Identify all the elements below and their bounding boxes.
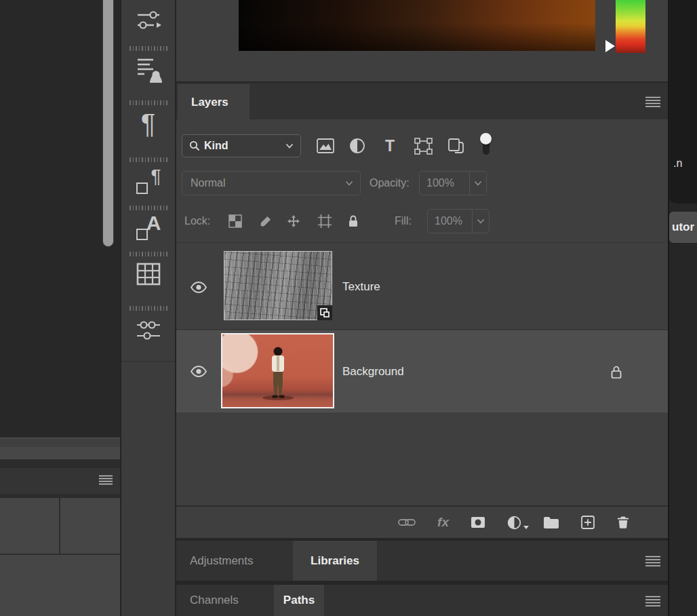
rail-divider bbox=[121, 361, 175, 362]
libraries-tab-label: Libraries bbox=[311, 554, 359, 568]
blend-mode-value: Normal bbox=[191, 177, 226, 189]
adjustments-tab-label: Adjustments bbox=[190, 554, 254, 568]
opacity-value: 100% bbox=[420, 177, 469, 189]
tab-channels[interactable]: Channels bbox=[176, 585, 239, 616]
character-styles-icon[interactable] bbox=[121, 56, 175, 84]
middle-panel-menu-icon[interactable] bbox=[643, 554, 663, 568]
new-layer-icon[interactable] bbox=[581, 516, 595, 529]
panel-edge-strip bbox=[0, 438, 120, 447]
bottom-panel-menu-icon[interactable] bbox=[643, 594, 663, 608]
fill-select[interactable]: 100% bbox=[427, 209, 490, 233]
chevron-down-icon bbox=[285, 143, 294, 149]
layer-row-texture[interactable]: Texture bbox=[176, 242, 668, 330]
scrollbar-thumb[interactable] bbox=[102, 0, 114, 247]
rail-gripper bbox=[121, 157, 175, 162]
kind-filter-select[interactable]: Kind bbox=[182, 134, 301, 157]
pixel-layer-filter-icon[interactable] bbox=[317, 136, 334, 156]
letter-a-glyph: A bbox=[146, 212, 161, 235]
opacity-label: Opacity: bbox=[370, 171, 410, 195]
layer-thumbnail-background[interactable] bbox=[221, 333, 334, 408]
blend-mode-select[interactable]: Normal bbox=[182, 171, 361, 195]
properties-panel-bottom bbox=[176, 0, 668, 81]
layers-panel-header: Layers bbox=[176, 81, 668, 119]
type-glyph: T bbox=[385, 137, 395, 155]
bottom-left-panels bbox=[0, 438, 120, 616]
paragraph-styles-icon[interactable]: ¶ bbox=[121, 166, 175, 197]
lock-artboard-icon[interactable] bbox=[317, 210, 333, 232]
chevron-down-icon bbox=[469, 172, 486, 195]
document-window-edge: .n bbox=[669, 0, 697, 204]
lock-transparency-icon[interactable] bbox=[227, 210, 243, 232]
smart-object-badge bbox=[317, 305, 332, 320]
tab-layers[interactable]: Layers bbox=[178, 84, 250, 121]
layers-panel-menu-icon[interactable] bbox=[643, 95, 663, 109]
type-filter-icon[interactable]: T bbox=[382, 136, 397, 156]
rail-gripper bbox=[121, 206, 175, 210]
collapsed-panel-header bbox=[0, 468, 120, 494]
paragraph-panel-icon[interactable]: ¶ bbox=[121, 107, 175, 140]
new-group-icon[interactable] bbox=[543, 516, 559, 528]
link-layers-icon[interactable] bbox=[398, 517, 416, 528]
lock-all-icon[interactable] bbox=[347, 210, 359, 232]
delete-layer-icon[interactable] bbox=[616, 516, 630, 529]
tab-adjustments[interactable]: Adjustments bbox=[176, 541, 254, 581]
search-icon bbox=[189, 140, 200, 151]
toggle-knob bbox=[480, 133, 492, 145]
style-box bbox=[136, 229, 148, 240]
kind-label: Kind bbox=[204, 140, 228, 152]
visibility-eye-icon[interactable] bbox=[186, 280, 211, 294]
fill-value: 100% bbox=[428, 215, 472, 227]
collapsed-panel-content bbox=[0, 498, 120, 616]
layers-tab-label: Layers bbox=[191, 96, 228, 109]
add-mask-icon[interactable] bbox=[471, 516, 485, 528]
gradient-stop-marker[interactable] bbox=[605, 40, 615, 52]
right-edge-column: .n utor bbox=[668, 0, 697, 616]
smart-object-filter-icon[interactable] bbox=[447, 136, 464, 156]
layer-name: Texture bbox=[342, 243, 380, 330]
person-figure bbox=[264, 346, 292, 399]
canvas-edge bbox=[0, 0, 120, 438]
tab-paths[interactable]: Paths bbox=[274, 585, 324, 616]
paths-tab-label: Paths bbox=[283, 594, 315, 607]
adjustment-filter-icon[interactable] bbox=[349, 136, 365, 156]
new-adjustment-icon[interactable] bbox=[507, 516, 521, 530]
panel-icon-rail: ¶ ¶ A bbox=[120, 0, 176, 616]
color-spectrum-strip[interactable] bbox=[616, 0, 645, 53]
opacity-select[interactable]: 100% bbox=[419, 171, 487, 195]
glyphs-icon[interactable]: A bbox=[121, 212, 175, 243]
lock-paint-icon[interactable] bbox=[258, 210, 272, 232]
panel-seam-horizontal bbox=[0, 554, 120, 555]
filter-sliders-icon[interactable] bbox=[121, 317, 175, 343]
layer-thumbnail-texture[interactable] bbox=[224, 251, 332, 320]
visibility-eye-icon[interactable] bbox=[186, 364, 211, 379]
layers-footer-toolbar: fx bbox=[176, 505, 668, 538]
panel-seam-vertical bbox=[59, 498, 60, 555]
gradient-shade bbox=[239, 0, 595, 51]
gradient-preview[interactable] bbox=[239, 0, 595, 51]
layer-row-background[interactable]: Background bbox=[176, 330, 668, 412]
layers-panel: Layers Kind T bbox=[176, 81, 668, 538]
layer-lock-icon bbox=[608, 363, 625, 381]
channels-tab-label: Channels bbox=[190, 594, 239, 607]
filter-toggle[interactable] bbox=[480, 133, 492, 157]
clipped-text-fragment: .n bbox=[673, 157, 682, 170]
fill-label: Fill: bbox=[395, 210, 412, 232]
middle-tab-bar: Adjustments Libraries bbox=[176, 541, 668, 581]
chevron-down-icon bbox=[345, 180, 353, 186]
table-grid-icon[interactable] bbox=[121, 262, 175, 286]
panel-edge-strip-2 bbox=[0, 447, 120, 459]
rail-gripper bbox=[121, 252, 175, 256]
panel-menu-icon[interactable] bbox=[98, 475, 113, 488]
mixer-sliders-icon[interactable] bbox=[121, 7, 175, 34]
photoshop-panel-area: ¶ ¶ A bbox=[0, 0, 697, 616]
clipped-panel-chip[interactable]: utor bbox=[669, 212, 697, 243]
lock-move-icon[interactable] bbox=[285, 210, 302, 232]
chevron-down-icon bbox=[472, 210, 489, 233]
bottom-tab-bar: Channels Paths bbox=[176, 585, 668, 616]
paragraph-glyph: ¶ bbox=[141, 107, 155, 140]
shape-filter-icon[interactable] bbox=[414, 136, 433, 156]
rail-gripper bbox=[121, 100, 175, 105]
rail-gripper bbox=[121, 46, 175, 51]
layer-style-icon[interactable]: fx bbox=[437, 515, 449, 530]
tab-libraries[interactable]: Libraries bbox=[293, 541, 377, 581]
